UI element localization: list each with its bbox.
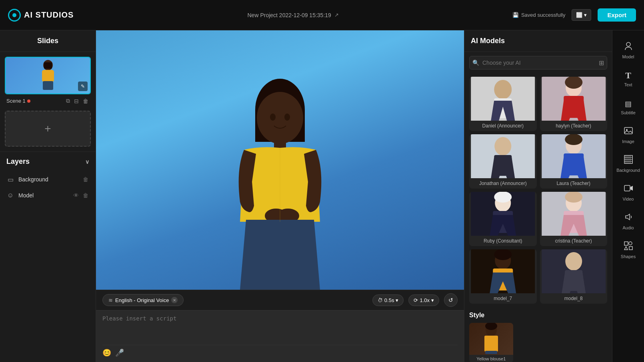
slide-split-button[interactable]: ⊟ bbox=[73, 97, 80, 105]
svg-marker-56 bbox=[630, 186, 633, 191]
models-search-input[interactable] bbox=[469, 56, 607, 70]
svg-rect-57 bbox=[624, 242, 628, 245]
script-toolbar: 😊 🎤 bbox=[102, 345, 458, 357]
svg-point-45 bbox=[626, 42, 630, 46]
svg-rect-3 bbox=[43, 81, 53, 90]
audio-tool-icon bbox=[624, 213, 633, 221]
speed-icon: ⟳ bbox=[414, 297, 418, 303]
voice-wave-icon: ≋ bbox=[108, 297, 113, 303]
layer-model-icon: ☺ bbox=[6, 192, 14, 199]
svg-rect-2 bbox=[42, 70, 54, 82]
tool-item-text[interactable]: T Text bbox=[615, 66, 642, 92]
tool-label-subtitle: Subtitle bbox=[621, 110, 636, 115]
svg-rect-1 bbox=[44, 62, 52, 69]
layer-model-delete[interactable]: 🗑 bbox=[82, 191, 89, 199]
layer-background-delete[interactable]: 🗑 bbox=[82, 175, 89, 183]
svg-point-20 bbox=[494, 137, 511, 155]
svg-point-36 bbox=[494, 249, 512, 260]
tool-item-video[interactable]: Video bbox=[615, 179, 642, 206]
tool-icon-shapes bbox=[624, 241, 633, 253]
layers-header[interactable]: Layers ∨ bbox=[0, 152, 96, 171]
topbar-right: 💾 Saved successfully ⬜ ▾ Export bbox=[512, 8, 636, 22]
external-link-icon[interactable]: ↗ bbox=[334, 12, 339, 18]
speed-chevron: ▾ bbox=[431, 297, 434, 303]
scene-dot bbox=[27, 99, 30, 103]
ai-models-header: AI Models bbox=[464, 30, 612, 52]
tool-label-shapes: Shapes bbox=[621, 254, 636, 259]
slide-actions: ⧉ ⊟ 🗑 bbox=[65, 97, 89, 105]
svg-rect-43 bbox=[484, 336, 498, 352]
tool-icon-video bbox=[624, 184, 633, 195]
emoji-button[interactable]: 😊 bbox=[102, 348, 111, 357]
tool-icon-subtitle: ▤ bbox=[625, 98, 632, 109]
tool-item-shapes[interactable]: Shapes bbox=[615, 237, 642, 264]
layer-background-actions: 🗑 bbox=[82, 175, 89, 183]
model-card-8[interactable]: model_8 bbox=[540, 249, 608, 304]
search-icon: 🔍 bbox=[472, 60, 479, 66]
project-title-area: New Project 2022-12-09 15:35:19 ↗ bbox=[248, 12, 339, 18]
slide-model-preview bbox=[36, 60, 60, 91]
svg-point-7 bbox=[270, 113, 276, 121]
tools-panel: Model T Text ▤ Subtitle Image Background… bbox=[612, 30, 644, 362]
add-slide-button[interactable]: + bbox=[5, 111, 91, 147]
layer-background[interactable]: ▭ Background 🗑 bbox=[0, 171, 96, 187]
tool-label-audio: Audio bbox=[622, 225, 634, 230]
model-card-4[interactable]: Laura (Teacher) bbox=[540, 134, 608, 189]
tool-item-background[interactable]: Background bbox=[615, 150, 642, 177]
logo-circle bbox=[8, 9, 21, 22]
slides-header: Slides bbox=[0, 30, 96, 52]
svg-marker-60 bbox=[629, 247, 632, 250]
reload-button[interactable]: ↺ bbox=[444, 293, 458, 307]
export-button[interactable]: Export bbox=[598, 8, 636, 22]
timing-button[interactable]: ⏱ 0.5s ▾ bbox=[372, 294, 404, 306]
tool-item-model[interactable]: Model bbox=[615, 37, 642, 64]
voice-selector[interactable]: ≋ English - Original Voice ✕ bbox=[102, 294, 184, 306]
model-card-3[interactable]: Jonathan (Announcer) bbox=[469, 134, 537, 189]
style-header: Style bbox=[469, 312, 607, 319]
slide-copy-button[interactable]: ⧉ bbox=[65, 97, 71, 105]
shapes-tool-icon bbox=[624, 241, 633, 250]
tool-label-model: Model bbox=[622, 54, 634, 59]
model-card-img-3 bbox=[469, 134, 537, 178]
tool-label-image: Image bbox=[622, 139, 634, 144]
tool-icon-text: T bbox=[625, 70, 631, 81]
model-card-label-7: model_7 bbox=[469, 293, 537, 304]
model-card-7[interactable]: model_7 bbox=[469, 249, 537, 304]
timing-chevron: ▾ bbox=[396, 297, 398, 303]
model-card-label-6: cristina (Teacher) bbox=[540, 236, 608, 246]
script-input[interactable] bbox=[102, 315, 458, 345]
layer-model[interactable]: ☺ Model 👁 🗑 bbox=[0, 187, 96, 203]
tool-item-image[interactable]: Image bbox=[615, 121, 642, 149]
model-card-6[interactable]: cristina (Teacher) bbox=[540, 192, 608, 246]
tool-item-subtitle[interactable]: ▤ Subtitle bbox=[615, 93, 642, 120]
slide-item-1[interactable]: ✎ Scene 1 ⧉ ⊟ 🗑 bbox=[5, 57, 91, 106]
slide-edit-button[interactable]: ✎ bbox=[78, 82, 88, 91]
script-area: 😊 🎤 bbox=[96, 310, 464, 362]
canvas-frame bbox=[96, 30, 464, 290]
background-tool-icon bbox=[624, 155, 633, 164]
model-card-img-5 bbox=[469, 192, 537, 236]
model-card-img-6 bbox=[540, 192, 608, 236]
preview-button[interactable]: ⬜ ▾ bbox=[572, 9, 591, 21]
image-tool-icon bbox=[624, 126, 633, 135]
voice-close-button[interactable]: ✕ bbox=[171, 297, 178, 303]
slides-list: ✎ Scene 1 ⧉ ⊟ 🗑 + bbox=[0, 52, 96, 151]
project-title: New Project 2022-12-09 15:35:19 bbox=[248, 12, 331, 18]
tool-icon-image bbox=[624, 126, 633, 137]
speed-button[interactable]: ⟳ 1.0x ▾ bbox=[408, 294, 439, 306]
slide-delete-button[interactable]: 🗑 bbox=[82, 97, 89, 105]
layer-background-icon: ▭ bbox=[6, 176, 14, 183]
style-card-1[interactable]: Yellow blouse1 bbox=[469, 323, 513, 362]
tool-item-audio[interactable]: Audio bbox=[615, 208, 642, 235]
model-card-5[interactable]: Ruby (Consultant) bbox=[469, 192, 537, 246]
tool-label-background: Background bbox=[616, 168, 640, 173]
model-card-1[interactable]: Daniel (Announcer) bbox=[469, 77, 537, 131]
slide-label: Scene 1 bbox=[6, 98, 30, 104]
scene-label: Scene 1 bbox=[6, 98, 26, 104]
model-card-2[interactable]: haylyn (Teacher) bbox=[540, 77, 608, 131]
voice-label: English - Original Voice bbox=[115, 297, 169, 303]
slide-thumb-1[interactable]: ✎ bbox=[5, 57, 91, 94]
microphone-button[interactable]: 🎤 bbox=[115, 348, 124, 357]
layer-model-visibility[interactable]: 👁 bbox=[72, 191, 80, 199]
filter-button[interactable]: ⊞ bbox=[599, 59, 604, 67]
